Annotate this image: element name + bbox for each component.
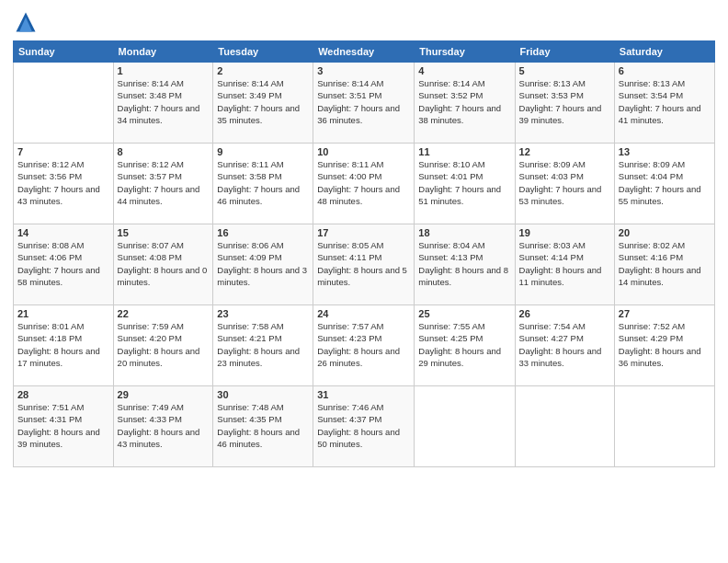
day-number: 14 [17, 227, 109, 238]
day-number: 5 [519, 65, 610, 76]
calendar-cell: 24Sunrise: 7:57 AMSunset: 4:23 PMDayligh… [313, 305, 415, 386]
calendar-cell: 31Sunrise: 7:46 AMSunset: 4:37 PMDayligh… [313, 386, 415, 467]
weekday-header-sunday: Sunday [14, 41, 114, 63]
day-info: Sunrise: 8:14 AMSunset: 3:52 PMDaylight:… [418, 77, 510, 126]
calendar-header: SundayMondayTuesdayWednesdayThursdayFrid… [14, 41, 715, 63]
day-number: 10 [317, 146, 410, 157]
day-info: Sunrise: 7:48 AMSunset: 4:35 PMDaylight:… [217, 401, 309, 450]
calendar-cell: 1Sunrise: 8:14 AMSunset: 3:48 PMDaylight… [113, 63, 213, 144]
weekday-header-tuesday: Tuesday [213, 41, 313, 63]
day-info: Sunrise: 8:09 AMSunset: 4:04 PMDaylight:… [619, 158, 711, 207]
day-number: 8 [118, 146, 210, 157]
calendar-cell: 9Sunrise: 8:11 AMSunset: 3:58 PMDaylight… [213, 144, 313, 224]
weekday-header-saturday: Saturday [614, 41, 714, 63]
calendar-cell: 27Sunrise: 7:52 AMSunset: 4:29 PMDayligh… [614, 305, 714, 386]
day-number: 24 [317, 308, 410, 319]
day-info: Sunrise: 7:52 AMSunset: 4:29 PMDaylight:… [619, 320, 711, 369]
day-number: 25 [418, 308, 510, 319]
weekday-header-friday: Friday [515, 41, 614, 63]
calendar-cell [14, 63, 114, 144]
day-info: Sunrise: 8:11 AMSunset: 4:00 PMDaylight:… [317, 158, 410, 207]
calendar-cell: 14Sunrise: 8:08 AMSunset: 4:06 PMDayligh… [14, 224, 114, 305]
calendar-week-row: 14Sunrise: 8:08 AMSunset: 4:06 PMDayligh… [14, 224, 715, 305]
calendar-cell: 18Sunrise: 8:04 AMSunset: 4:13 PMDayligh… [415, 224, 515, 305]
weekday-header-thursday: Thursday [415, 41, 515, 63]
day-info: Sunrise: 8:07 AMSunset: 4:08 PMDaylight:… [118, 239, 210, 288]
day-number: 3 [317, 65, 410, 76]
calendar-week-row: 21Sunrise: 8:01 AMSunset: 4:18 PMDayligh… [14, 305, 715, 386]
day-info: Sunrise: 8:05 AMSunset: 4:11 PMDaylight:… [317, 239, 410, 288]
day-info: Sunrise: 8:02 AMSunset: 4:16 PMDaylight:… [619, 239, 711, 288]
day-number: 15 [118, 227, 210, 238]
calendar-cell: 12Sunrise: 8:09 AMSunset: 4:03 PMDayligh… [515, 144, 614, 224]
day-info: Sunrise: 8:12 AMSunset: 3:57 PMDaylight:… [118, 158, 210, 207]
calendar-cell: 26Sunrise: 7:54 AMSunset: 4:27 PMDayligh… [515, 305, 614, 386]
day-info: Sunrise: 7:51 AMSunset: 4:31 PMDaylight:… [17, 401, 109, 450]
day-number: 16 [217, 227, 309, 238]
day-info: Sunrise: 7:55 AMSunset: 4:25 PMDaylight:… [418, 320, 510, 369]
day-info: Sunrise: 8:09 AMSunset: 4:03 PMDaylight:… [519, 158, 610, 207]
day-info: Sunrise: 8:04 AMSunset: 4:13 PMDaylight:… [418, 239, 510, 288]
day-number: 18 [418, 227, 510, 238]
day-number: 19 [519, 227, 610, 238]
day-info: Sunrise: 7:46 AMSunset: 4:37 PMDaylight:… [317, 401, 410, 450]
calendar-cell: 13Sunrise: 8:09 AMSunset: 4:04 PMDayligh… [614, 144, 714, 224]
day-number: 1 [118, 65, 210, 76]
day-number: 28 [17, 389, 109, 400]
calendar-cell: 28Sunrise: 7:51 AMSunset: 4:31 PMDayligh… [14, 386, 114, 467]
day-info: Sunrise: 8:03 AMSunset: 4:14 PMDaylight:… [519, 239, 610, 288]
calendar-cell: 7Sunrise: 8:12 AMSunset: 3:56 PMDaylight… [14, 144, 114, 224]
day-number: 22 [118, 308, 210, 319]
day-number: 12 [519, 146, 610, 157]
calendar-body: 1Sunrise: 8:14 AMSunset: 3:48 PMDaylight… [14, 63, 715, 467]
day-info: Sunrise: 8:10 AMSunset: 4:01 PMDaylight:… [418, 158, 510, 207]
day-number: 29 [118, 389, 210, 400]
calendar-cell: 23Sunrise: 7:58 AMSunset: 4:21 PMDayligh… [213, 305, 313, 386]
calendar-week-row: 28Sunrise: 7:51 AMSunset: 4:31 PMDayligh… [14, 386, 715, 467]
day-info: Sunrise: 8:14 AMSunset: 3:49 PMDaylight:… [217, 77, 309, 126]
day-info: Sunrise: 7:58 AMSunset: 4:21 PMDaylight:… [217, 320, 309, 369]
calendar-cell: 20Sunrise: 8:02 AMSunset: 4:16 PMDayligh… [614, 224, 714, 305]
day-info: Sunrise: 8:01 AMSunset: 4:18 PMDaylight:… [17, 320, 109, 369]
calendar-cell: 17Sunrise: 8:05 AMSunset: 4:11 PMDayligh… [313, 224, 415, 305]
day-info: Sunrise: 7:59 AMSunset: 4:20 PMDaylight:… [118, 320, 210, 369]
calendar-cell: 3Sunrise: 8:14 AMSunset: 3:51 PMDaylight… [313, 63, 415, 144]
calendar-cell: 4Sunrise: 8:14 AMSunset: 3:52 PMDaylight… [415, 63, 515, 144]
day-number: 9 [217, 146, 309, 157]
day-number: 31 [317, 389, 410, 400]
day-number: 23 [217, 308, 309, 319]
weekday-header-monday: Monday [113, 41, 213, 63]
day-info: Sunrise: 8:08 AMSunset: 4:06 PMDaylight:… [17, 239, 109, 288]
day-info: Sunrise: 8:12 AMSunset: 3:56 PMDaylight:… [17, 158, 109, 207]
day-info: Sunrise: 8:13 AMSunset: 3:53 PMDaylight:… [519, 77, 610, 126]
calendar-cell: 6Sunrise: 8:13 AMSunset: 3:54 PMDaylight… [614, 63, 714, 144]
day-number: 20 [619, 227, 711, 238]
calendar-week-row: 7Sunrise: 8:12 AMSunset: 3:56 PMDaylight… [14, 144, 715, 224]
day-number: 13 [619, 146, 711, 157]
calendar-week-row: 1Sunrise: 8:14 AMSunset: 3:48 PMDaylight… [14, 63, 715, 144]
calendar-table: SundayMondayTuesdayWednesdayThursdayFrid… [13, 40, 715, 467]
day-number: 30 [217, 389, 309, 400]
calendar-cell: 10Sunrise: 8:11 AMSunset: 4:00 PMDayligh… [313, 144, 415, 224]
weekday-header-wednesday: Wednesday [313, 41, 415, 63]
day-number: 26 [519, 308, 610, 319]
calendar-cell [614, 386, 714, 467]
day-number: 2 [217, 65, 309, 76]
calendar-cell: 16Sunrise: 8:06 AMSunset: 4:09 PMDayligh… [213, 224, 313, 305]
day-number: 6 [619, 65, 711, 76]
calendar-cell: 22Sunrise: 7:59 AMSunset: 4:20 PMDayligh… [113, 305, 213, 386]
header [13, 9, 715, 35]
calendar-cell: 30Sunrise: 7:48 AMSunset: 4:35 PMDayligh… [213, 386, 313, 467]
day-number: 11 [418, 146, 510, 157]
day-number: 7 [17, 146, 109, 157]
page: SundayMondayTuesdayWednesdayThursdayFrid… [0, 0, 728, 563]
calendar-cell: 15Sunrise: 8:07 AMSunset: 4:08 PMDayligh… [113, 224, 213, 305]
day-info: Sunrise: 7:49 AMSunset: 4:33 PMDaylight:… [118, 401, 210, 450]
calendar-cell: 25Sunrise: 7:55 AMSunset: 4:25 PMDayligh… [415, 305, 515, 386]
day-number: 21 [17, 308, 109, 319]
calendar-cell: 2Sunrise: 8:14 AMSunset: 3:49 PMDaylight… [213, 63, 313, 144]
calendar-cell: 5Sunrise: 8:13 AMSunset: 3:53 PMDaylight… [515, 63, 614, 144]
day-info: Sunrise: 8:06 AMSunset: 4:09 PMDaylight:… [217, 239, 309, 288]
calendar-cell: 21Sunrise: 8:01 AMSunset: 4:18 PMDayligh… [14, 305, 114, 386]
day-info: Sunrise: 7:57 AMSunset: 4:23 PMDaylight:… [317, 320, 410, 369]
